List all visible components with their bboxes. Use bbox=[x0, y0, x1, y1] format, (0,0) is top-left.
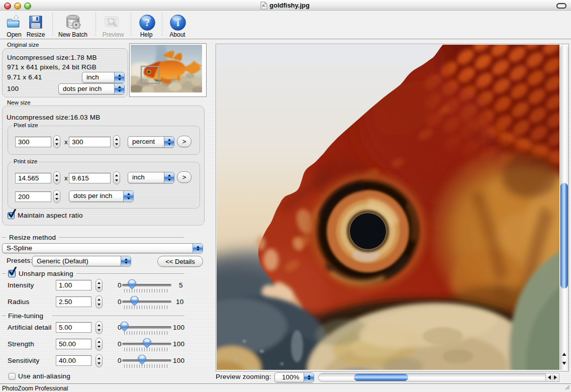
svg-text:?: ? bbox=[145, 17, 150, 28]
svg-text:i: i bbox=[176, 17, 179, 29]
